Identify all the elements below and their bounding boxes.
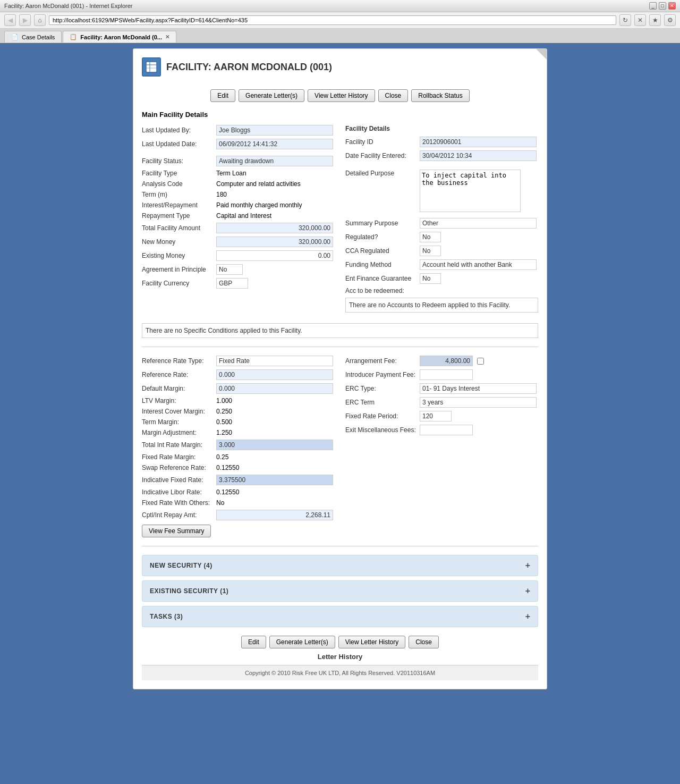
- indicative-libor-value: 0.12550: [216, 488, 335, 496]
- back-btn[interactable]: ◀: [4, 14, 16, 26]
- tasks-header[interactable]: TASKS (3) +: [142, 606, 538, 627]
- facility-type-row: Facility Type Term Loan: [142, 170, 335, 177]
- tab-facility[interactable]: 📋 Facility: Aaron McDonald (0... ✕: [63, 31, 176, 43]
- facility-currency-input[interactable]: [216, 278, 248, 289]
- new-security-expand-icon: +: [525, 561, 530, 570]
- edit-button-bottom[interactable]: Edit: [241, 636, 266, 648]
- home-btn[interactable]: ⌂: [34, 14, 46, 26]
- ent-finance-input[interactable]: [420, 273, 441, 284]
- ent-finance-row: Ent Finance Guarantee: [345, 273, 538, 284]
- tab-facility-close[interactable]: ✕: [165, 34, 169, 40]
- view-letter-history-button-bottom[interactable]: View Letter History: [338, 636, 405, 648]
- existing-security-header[interactable]: EXISTING SECURITY (1) +: [142, 581, 538, 601]
- exit-misc-input[interactable]: [420, 425, 473, 435]
- tab-case-details[interactable]: 📄 Case Details: [4, 31, 62, 43]
- term-row: Term (m) 180: [142, 191, 335, 198]
- last-updated-date-row: Last Updated Date:: [142, 139, 335, 149]
- view-fee-summary-button[interactable]: View Fee Summary: [142, 525, 211, 537]
- cca-regulated-row: CCA Regulated: [345, 246, 538, 256]
- separator-1: [142, 347, 538, 347]
- view-letter-history-button-top[interactable]: View Letter History: [308, 89, 375, 102]
- regulated-input[interactable]: [420, 232, 441, 242]
- agreement-input[interactable]: [216, 264, 243, 275]
- erc-term-input[interactable]: [420, 397, 537, 408]
- ref-rate-type-row: Reference Rate Type:: [142, 356, 335, 366]
- existing-money-input[interactable]: [216, 250, 333, 261]
- regulated-label: Regulated?: [345, 233, 420, 241]
- last-updated-by-input[interactable]: [216, 125, 333, 136]
- interest-repayment-value: Paid monthly charged monthly: [216, 201, 335, 209]
- arrangement-fee-checkbox[interactable]: [477, 358, 484, 365]
- cptl-int-row: Cptl/Int Repay Amt:: [142, 510, 335, 520]
- fixed-rate-others-value: No: [216, 499, 335, 507]
- facility-id-label: Facility ID: [345, 138, 420, 146]
- indicative-fixed-input[interactable]: [216, 475, 333, 485]
- new-security-header[interactable]: NEW SECURITY (4) +: [142, 555, 538, 576]
- last-updated-by-row: Last Updated By:: [142, 125, 335, 136]
- settings-btn[interactable]: ⚙: [664, 14, 676, 26]
- ref-rate-type-label: Reference Rate Type:: [142, 357, 216, 365]
- page-corner-fold: [536, 49, 547, 60]
- edit-button-top[interactable]: Edit: [210, 89, 235, 102]
- minimize-btn[interactable]: _: [649, 2, 657, 10]
- total-int-input[interactable]: [216, 440, 333, 450]
- forward-btn[interactable]: ▶: [19, 14, 31, 26]
- generate-letter-button-top[interactable]: Generate Letter(s): [239, 89, 304, 102]
- star-btn[interactable]: ★: [649, 14, 661, 26]
- separator-2: [142, 546, 538, 546]
- fixed-rate-period-input[interactable]: [420, 411, 452, 421]
- close-button-top[interactable]: Close: [378, 89, 409, 102]
- refresh-btn[interactable]: ↻: [619, 14, 631, 26]
- total-facility-input[interactable]: [216, 223, 333, 233]
- facility-id-row: Facility ID: [345, 137, 538, 147]
- restore-btn[interactable]: □: [659, 2, 666, 10]
- ref-rate-row: Reference Rate:: [142, 369, 335, 380]
- margin-adj-row: Margin Adjustment: 1.250: [142, 429, 335, 436]
- cca-regulated-label: CCA Regulated: [345, 247, 420, 255]
- detailed-purpose-textarea[interactable]: To inject capital into the business: [420, 170, 521, 212]
- analysis-code-row: Analysis Code Computer and relatd activi…: [142, 180, 335, 188]
- fixed-rate-margin-label: Fixed Rate Margin:: [142, 453, 216, 461]
- table-icon: [146, 61, 157, 73]
- close-btn[interactable]: ✕: [668, 2, 676, 10]
- existing-security-panel[interactable]: EXISTING SECURITY (1) +: [142, 580, 538, 602]
- arrangement-fee-input[interactable]: [420, 356, 473, 366]
- erc-type-input[interactable]: [420, 383, 537, 394]
- interest-repayment-row: Interest/Repayment Paid monthly charged …: [142, 201, 335, 209]
- last-updated-date-input[interactable]: [216, 139, 333, 149]
- ref-rate-input[interactable]: [216, 369, 333, 380]
- address-bar-input[interactable]: [49, 15, 616, 25]
- ltv-margin-row: LTV Margin: 1.000: [142, 397, 335, 404]
- new-money-input[interactable]: [216, 237, 333, 247]
- close-button-bottom[interactable]: Close: [409, 636, 439, 648]
- conditions-box: There are no Specific Conditions applied…: [142, 323, 538, 338]
- existing-money-row: Existing Money: [142, 250, 335, 261]
- cca-regulated-input[interactable]: [420, 246, 441, 256]
- new-security-panel[interactable]: NEW SECURITY (4) +: [142, 555, 538, 576]
- facility-type-label: Facility Type: [142, 170, 216, 177]
- funding-method-input[interactable]: [420, 259, 537, 270]
- swap-ref-label: Swap Reference Rate:: [142, 464, 216, 471]
- facility-id-input[interactable]: [420, 137, 537, 147]
- facility-currency-label: Facility Currency: [142, 280, 216, 287]
- introducer-fee-input[interactable]: [420, 369, 473, 380]
- total-facility-label: Total Facility Amount: [142, 224, 216, 232]
- date-entered-label: Date Facility Entered:: [345, 152, 420, 159]
- tasks-panel[interactable]: TASKS (3) +: [142, 606, 538, 627]
- facility-status-input[interactable]: [216, 156, 333, 166]
- ref-rate-label: Reference Rate:: [142, 371, 216, 378]
- facility-details-heading: Facility Details: [345, 125, 538, 132]
- summary-purpose-input[interactable]: [420, 218, 537, 229]
- default-margin-input[interactable]: [216, 383, 333, 394]
- rollback-status-button[interactable]: Rollback Status: [411, 89, 469, 102]
- stop-btn[interactable]: ✕: [634, 14, 646, 26]
- date-entered-input[interactable]: [420, 150, 537, 161]
- exit-misc-row: Exit Miscellaneous Fees:: [345, 425, 538, 435]
- analysis-code-label: Analysis Code: [142, 180, 216, 188]
- repayment-type-label: Repayment Type: [142, 212, 216, 220]
- ref-rate-type-input[interactable]: [216, 356, 333, 366]
- tab-facility-label: Facility: Aaron McDonald (0...: [80, 34, 162, 40]
- cptl-int-input[interactable]: [216, 510, 333, 520]
- generate-letter-button-bottom[interactable]: Generate Letter(s): [269, 636, 335, 648]
- facility-currency-row: Facility Currency: [142, 278, 335, 289]
